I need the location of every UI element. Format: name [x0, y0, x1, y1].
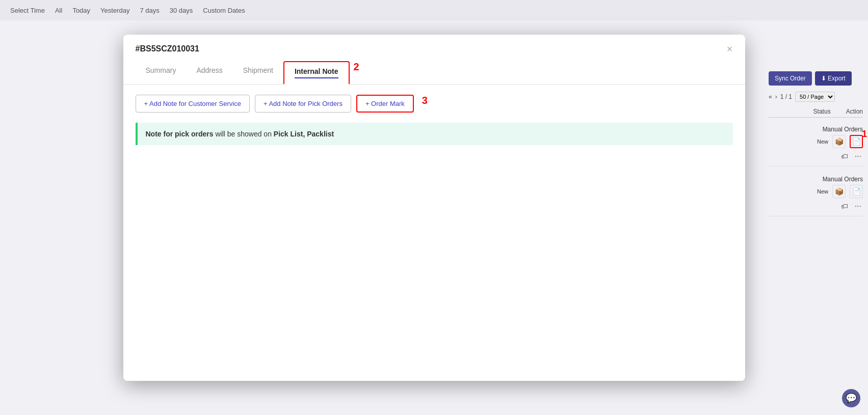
tab-address[interactable]: Address — [186, 61, 232, 85]
chat-bubble-button[interactable]: 💬 — [842, 389, 860, 407]
modal-tabs: Summary Address Shipment Internal Note 2 — [123, 61, 745, 85]
modal-dialog: #BS5SCZ010031 × Summary Address Shipment… — [123, 35, 745, 381]
row-status-action: New 📦 📄 — [769, 135, 863, 148]
page-arrows-left2[interactable]: › — [775, 93, 777, 100]
add-note-customer-button[interactable]: + Add Note for Customer Service — [136, 95, 250, 113]
filter-30days[interactable]: 30 days — [170, 7, 193, 14]
filter-today[interactable]: Today — [72, 7, 90, 14]
top-action-buttons: Sync Order ⬇ Export — [769, 71, 863, 86]
page-arrows-left[interactable]: « — [769, 93, 772, 100]
tab-shipment[interactable]: Shipment — [233, 61, 283, 85]
chat-icon: 💬 — [846, 393, 857, 404]
step-2-annotation: 2 — [354, 61, 359, 84]
step-3-annotation: 3 — [422, 95, 428, 113]
more-options-button[interactable]: ··· — [853, 152, 863, 161]
info-box: Note for pick orders will be showed on P… — [136, 123, 733, 145]
info-bold-2: Pick List, Packlist — [274, 130, 334, 138]
top-bar: Select Time All Today Yesterday 7 days 3… — [0, 0, 868, 20]
table-row: Manual Orders New 📦 📄 🏷 ··· — [769, 173, 863, 216]
filter-7days[interactable]: 7 days — [140, 7, 159, 14]
tab-internal-note[interactable]: Internal Note — [283, 61, 350, 85]
status-badge: New — [817, 188, 828, 195]
right-action-panel: Sync Order ⬇ Export « › 1 / 1 50 / Page … — [769, 71, 863, 216]
page-numbers: 1 / 1 — [780, 93, 792, 100]
tab-summary[interactable]: Summary — [136, 61, 187, 85]
row-section-label: Manual Orders — [769, 176, 863, 183]
modal-close-button[interactable]: × — [727, 44, 733, 54]
order-mark-button[interactable]: + Order Mark — [356, 95, 414, 113]
pagination-info: « › 1 / 1 50 / Page — [769, 92, 863, 102]
export-button[interactable]: ⬇ Export — [815, 71, 852, 86]
info-text-middle: will be showed on — [214, 130, 274, 138]
info-bold-1: Note for pick orders — [146, 130, 214, 138]
sync-order-button[interactable]: Sync Order — [769, 71, 812, 86]
modal-overlay: #BS5SCZ010031 × Summary Address Shipment… — [0, 0, 868, 415]
filter-all[interactable]: All — [55, 7, 62, 14]
modal-body: + Add Note for Customer Service + Add No… — [123, 85, 745, 163]
row-status-action: New 📦 📄 — [769, 185, 863, 198]
col-action-header: Action — [846, 108, 863, 115]
filter-custom[interactable]: Custom Dates — [203, 7, 245, 14]
page-size-select[interactable]: 50 / Page — [795, 92, 835, 102]
modal-title: #BS5SCZ010031 — [136, 44, 199, 53]
more-options-button[interactable]: ··· — [853, 202, 863, 211]
tag-icon-button[interactable]: 🏷 — [838, 150, 851, 163]
filter-yesterday[interactable]: Yesterday — [100, 7, 129, 14]
row-section-label: Manual Orders — [769, 126, 863, 133]
status-badge: New — [817, 139, 828, 145]
ship-icon-button[interactable]: 📦 — [832, 135, 846, 148]
action-button-row: + Add Note for Customer Service + Add No… — [136, 95, 733, 113]
tag-icon-button[interactable]: 🏷 — [838, 200, 851, 213]
add-note-pick-button[interactable]: + Add Note for Pick Orders — [255, 95, 351, 113]
tab-active-underline — [295, 77, 338, 78]
note-icon-button-highlighted[interactable]: 📄 — [850, 135, 863, 148]
column-headers: Status Action — [769, 108, 863, 118]
modal-header: #BS5SCZ010031 × — [123, 35, 745, 54]
annotation-1: 1 — [862, 129, 867, 140]
col-status-header: Status — [813, 108, 831, 115]
table-row: Manual Orders New 📦 📄 🏷 ··· — [769, 123, 863, 167]
row-extra-icons: 🏷 ··· — [769, 150, 863, 163]
select-time-label: Select Time — [10, 7, 45, 14]
ship-icon-button[interactable]: 📦 — [832, 185, 846, 198]
row-extra-icons: 🏷 ··· — [769, 200, 863, 213]
note-icon-button[interactable]: 📄 — [850, 185, 863, 198]
